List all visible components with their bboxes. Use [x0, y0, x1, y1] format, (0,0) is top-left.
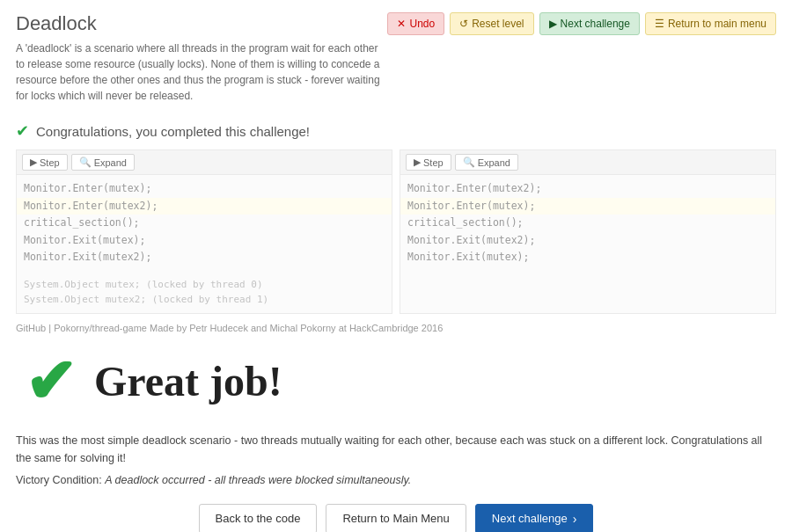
code-line-1-right: Monitor.Enter(mutex2);: [407, 182, 541, 194]
code-line-5-right: Monitor.Exit(mutex);: [407, 251, 529, 263]
code-area: ▶ Step 🔍 Expand Monitor.Enter(mutex); Mo…: [16, 149, 776, 314]
explanation-text: This was the most simple deadlock scenar…: [16, 432, 776, 467]
expand-button-left[interactable]: 🔍 Expand: [71, 154, 135, 171]
footer-mutex-left: System.Object mutex; (locked by thread 0…: [24, 277, 385, 293]
code-line-3-left: critical_section();: [24, 216, 140, 229]
step-button-right[interactable]: ▶ Step: [406, 154, 451, 171]
page-title: Deadlock: [16, 12, 387, 35]
reset-button[interactable]: ↺ Reset level: [450, 12, 533, 35]
code-line-2-left-highlighted: Monitor.Enter(mutex2);: [17, 198, 392, 215]
congrats-text: Congratulations, you completed this chal…: [36, 124, 310, 139]
big-checkmark: ✔: [25, 351, 77, 412]
code-line-1-left: Monitor.Enter(mutex);: [24, 182, 151, 194]
code-panel-right: ▶ Step 🔍 Expand Monitor.Enter(mutex2); M…: [400, 149, 776, 314]
footer-mutex2-left: System.Object mutex2; (locked by thread …: [24, 292, 385, 308]
back-to-code-button[interactable]: Back to the code: [199, 504, 318, 532]
result-section: ✔ Great job!: [16, 342, 776, 421]
code-line-5-left: Monitor.Exit(mutex2);: [24, 251, 151, 263]
top-main-menu-button[interactable]: ☰ Return to main menu: [645, 12, 776, 35]
code-line-3-right: critical_section();: [407, 216, 524, 229]
congrats-checkmark: ✔: [16, 121, 29, 141]
return-main-button[interactable]: Return to Main Menu: [326, 504, 466, 532]
step-button-left[interactable]: ▶ Step: [22, 154, 68, 171]
undo-button[interactable]: ✕ Undo: [387, 12, 444, 35]
chevron-right-icon: ›: [573, 512, 577, 526]
code-line-2-right-highlighted: Monitor.Enter(mutex);: [400, 198, 775, 215]
undo-icon: ✕: [397, 18, 406, 30]
expand-button-right[interactable]: 🔍 Expand: [455, 154, 518, 171]
play-icon-left: ▶: [30, 157, 37, 168]
code-line-4-left: Monitor.Exit(mutex);: [24, 234, 145, 246]
expand-icon-right: 🔍: [463, 157, 475, 168]
bottom-buttons: Back to the code Return to Main Menu Nex…: [16, 504, 776, 532]
victory-text: A deadlock occurred - all threads were b…: [105, 474, 411, 486]
top-next-button[interactable]: ▶ Next challenge: [539, 12, 640, 35]
arrow-right-icon: ▶: [549, 18, 557, 30]
github-line: GitHub | Pokorny/thread-game Made by Pet…: [16, 323, 776, 333]
code-line-4-right: Monitor.Exit(mutex2);: [407, 234, 535, 246]
menu-icon: ☰: [655, 18, 664, 30]
page-description: A 'deadlock' is a scenario where all thr…: [16, 40, 387, 104]
next-challenge-button[interactable]: Next challenge ›: [475, 504, 594, 532]
code-panel-left: ▶ Step 🔍 Expand Monitor.Enter(mutex); Mo…: [16, 149, 392, 314]
reset-icon: ↺: [459, 18, 468, 30]
play-icon-right: ▶: [414, 157, 421, 168]
expand-icon-left: 🔍: [79, 157, 92, 168]
victory-condition: Victory Condition: A deadlock occurred -…: [16, 474, 776, 486]
victory-label: Victory Condition:: [16, 474, 102, 486]
great-job-text: Great job!: [94, 357, 282, 405]
